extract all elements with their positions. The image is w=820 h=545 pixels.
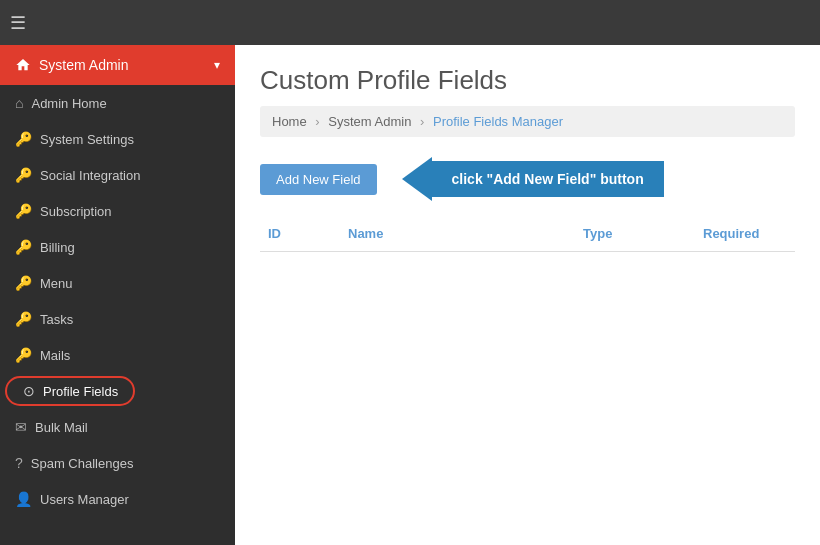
key-icon: 🔑 [15,311,32,327]
sidebar-item-mails[interactable]: 🔑 Mails [0,337,235,373]
page-title: Custom Profile Fields [260,65,795,96]
sidebar-item-label: Menu [40,276,73,291]
key-icon: 🔑 [15,239,32,255]
sidebar-item-subscription[interactable]: 🔑 Subscription [0,193,235,229]
col-header-required: Required [695,216,795,252]
breadcrumb-current: Profile Fields Manager [433,114,563,129]
sidebar-item-menu[interactable]: 🔑 Menu [0,265,235,301]
sidebar-item-admin-home[interactable]: ⌂ Admin Home [0,85,235,121]
arrow-annotation: click "Add New Field" button [402,157,664,201]
key-icon: 🔑 [15,131,32,147]
arrow-head-icon [402,157,432,201]
key-icon: 🔑 [15,275,32,291]
breadcrumb-home[interactable]: Home [272,114,307,129]
sidebar-item-label: Bulk Mail [35,420,88,435]
top-bar: ☰ [0,0,820,45]
sidebar-item-system-settings[interactable]: 🔑 System Settings [0,121,235,157]
toolbar: Add New Field click "Add New Field" butt… [260,157,795,201]
sidebar-item-bulk-mail[interactable]: ✉ Bulk Mail [0,409,235,445]
add-new-field-button[interactable]: Add New Field [260,164,377,195]
sidebar-section-header[interactable]: System Admin ▾ [0,45,235,85]
sidebar-item-label: Spam Challenges [31,456,134,471]
col-header-type: Type [575,216,695,252]
breadcrumb-sep2: › [420,114,424,129]
sidebar-item-tasks[interactable]: 🔑 Tasks [0,301,235,337]
sidebar-item-label: Billing [40,240,75,255]
chevron-down-icon: ▾ [214,58,220,72]
breadcrumb-system-admin[interactable]: System Admin [328,114,411,129]
col-header-name: Name [340,216,575,252]
profile-fields-table: ID Name Type Required [260,216,795,252]
sidebar-item-label: Tasks [40,312,73,327]
sidebar-item-label: Admin Home [31,96,106,111]
sidebar-item-social-integration[interactable]: 🔑 Social Integration [0,157,235,193]
sidebar-item-profile-fields[interactable]: ⊙ Profile Fields [0,373,235,409]
sidebar-item-label: Users Manager [40,492,129,507]
breadcrumb-sep1: › [315,114,319,129]
sidebar-item-label: Profile Fields [43,384,118,399]
check-circle-icon: ⊙ [23,383,35,399]
arrow-shape: click "Add New Field" button [402,157,664,201]
sidebar-section-title: System Admin [39,57,128,73]
table-header-row: ID Name Type Required [260,216,795,252]
user-icon: 👤 [15,491,32,507]
sidebar-item-label: Social Integration [40,168,140,183]
sidebar-item-label: Subscription [40,204,112,219]
envelope-icon: ✉ [15,419,27,435]
hamburger-icon[interactable]: ☰ [10,12,26,34]
key-icon: 🔑 [15,167,32,183]
key-icon: 🔑 [15,347,32,363]
key-icon: 🔑 [15,203,32,219]
question-icon: ? [15,455,23,471]
home-small-icon: ⌂ [15,95,23,111]
sidebar-item-spam-challenges[interactable]: ? Spam Challenges [0,445,235,481]
breadcrumb: Home › System Admin › Profile Fields Man… [260,106,795,137]
arrow-label: click "Add New Field" button [432,161,664,197]
sidebar-item-label: System Settings [40,132,134,147]
sidebar-item-label: Mails [40,348,70,363]
content-area: Custom Profile Fields Home › System Admi… [235,45,820,545]
sidebar-item-billing[interactable]: 🔑 Billing [0,229,235,265]
home-icon [15,57,31,73]
sidebar: System Admin ▾ ⌂ Admin Home 🔑 System Set… [0,45,235,545]
sidebar-item-users-manager[interactable]: 👤 Users Manager [0,481,235,517]
main-layout: System Admin ▾ ⌂ Admin Home 🔑 System Set… [0,45,820,545]
col-header-id: ID [260,216,340,252]
